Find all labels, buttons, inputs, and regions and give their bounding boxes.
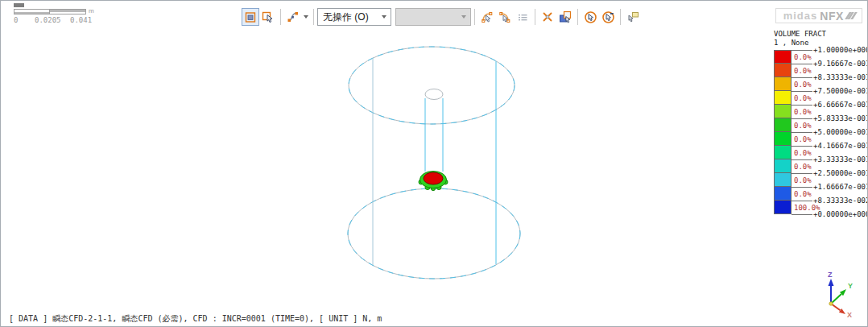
y-axis-label: Y (848, 282, 853, 290)
status-bar: [ DATA ] 瞬态CFD-2-1-1, 瞬态CFD (必需), CFD : … (9, 313, 382, 325)
cylinder-bottom-face (348, 188, 520, 279)
inner-tube-top (425, 89, 443, 100)
coordinate-triad[interactable]: Z Y X (828, 271, 853, 319)
z-axis-label: Z (828, 271, 833, 279)
x-axis-label: X (847, 311, 852, 319)
triad-origin (829, 302, 833, 305)
application-window: m 0 0.0205 0.041 (0, 0, 868, 327)
fluid-blob (419, 172, 448, 191)
cylinder-top-face-highlight (349, 47, 515, 124)
blob-red-core (424, 172, 443, 184)
cylinder-top-face (349, 47, 515, 124)
status-text: [ DATA ] 瞬态CFD-2-1-1, 瞬态CFD (必需), CFD : … (9, 314, 382, 323)
model-viewport[interactable]: Z Y X (1, 1, 868, 327)
y-axis (831, 294, 841, 304)
cylinder-bottom-face-highlight (348, 188, 520, 279)
